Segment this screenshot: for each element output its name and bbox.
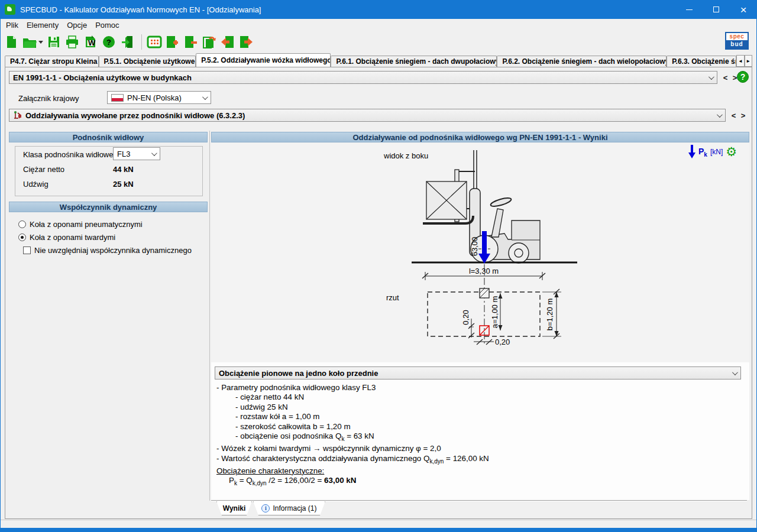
exit-door-icon — [120, 35, 134, 49]
dynamic-factor-section-header: Współczynnik dynamiczny — [9, 202, 208, 212]
radio-hard-tyres[interactable] — [18, 233, 26, 241]
menu-plik[interactable]: Plik — [2, 20, 22, 31]
open-folder-icon — [22, 35, 37, 49]
norm-selector-value: EN 1991-1-1 - Obciążenia użytkowe w budy… — [13, 73, 192, 82]
dim-wheel-width-label: 0,20 — [461, 310, 470, 325]
svg-text:W: W — [88, 38, 96, 47]
tab-p5-2-active[interactable]: P.5.2. Oddziaływanie wózka widłowego — [196, 53, 331, 67]
next-position-button[interactable] — [238, 33, 254, 51]
tab-p4-7[interactable]: P4.7. Ciężar stropu Kleina — [5, 56, 99, 67]
export-word-button[interactable]: W — [82, 33, 99, 51]
minimize-button[interactable] — [675, 0, 703, 19]
menu-opcje[interactable]: Opcje — [63, 20, 91, 31]
window-border-bottom — [0, 528, 757, 532]
action-prev-button[interactable]: < — [729, 109, 738, 121]
bottom-tabs-separator — [211, 500, 747, 501]
forklift-section-header: Podnośnik widłowy — [9, 132, 208, 142]
ignore-dynamic-label[interactable]: Nie uwzględniaj współczynnika dynamiczne… — [34, 246, 192, 255]
save-icon — [47, 35, 61, 49]
norm-help-button[interactable]: ? — [737, 71, 749, 83]
result-line: - Parametry podnośnika widłowego klasy F… — [216, 383, 743, 392]
info-icon: i — [261, 504, 270, 512]
norm-prev-button[interactable]: < — [721, 72, 730, 83]
prev-position-button[interactable] — [219, 33, 236, 51]
result-line: - rozstaw kół a = 1,00 m — [216, 412, 743, 421]
next-position-icon — [238, 35, 254, 49]
action-next-button[interactable]: > — [739, 109, 748, 121]
exit-button[interactable] — [119, 33, 135, 51]
poland-flag-icon — [111, 94, 124, 102]
forklift-diagram: widok z boku — [211, 142, 749, 362]
save-button[interactable] — [46, 33, 62, 51]
forklift-class-label: Klasa podnośnika widłowego — [23, 150, 122, 159]
result-line: - szerokość całkowita b = 1,20 m — [216, 422, 743, 432]
result-case-combobox[interactable]: Obciążenie pionowe na jedno koło przedni… — [215, 366, 741, 379]
dim-a-label: a=1,00 m — [490, 296, 499, 329]
result-line: - Wózek z kołami twardymi → współczynnik… — [216, 444, 743, 453]
tab-page-content: EN 1991-1-1 - Obciążenia użytkowe w budy… — [5, 67, 752, 519]
print-icon — [65, 35, 79, 49]
specbud-logo: spec bud — [725, 32, 749, 50]
chevron-down-icon — [732, 369, 738, 375]
result-line: - udźwig 25 kN — [216, 403, 743, 412]
net-weight-value: 44 kN — [113, 165, 134, 174]
forklift-class-value: FL3 — [117, 150, 130, 158]
action-selector-value: Oddziaływania wywołane przez podnośniki … — [25, 111, 245, 120]
side-view-label: widok z boku — [383, 151, 428, 160]
calculators-button[interactable] — [146, 33, 163, 51]
plan-view-label: rzut — [386, 293, 399, 302]
norm-selector-combobox[interactable]: EN 1991-1-1 - Obciążenia użytkowe w budy… — [9, 71, 717, 84]
action-selector-combobox[interactable]: Oddziaływania wywołane przez podnośniki … — [9, 109, 726, 122]
open-dropdown-caret[interactable] — [38, 41, 43, 44]
bottom-tab-informacja[interactable]: i Informacja (1) — [253, 501, 325, 515]
word-export-icon: W — [83, 35, 98, 49]
help-button[interactable]: ? — [101, 33, 117, 51]
copy-position-button[interactable] — [201, 33, 218, 51]
position-tabs: P4.7. Ciężar stropu Kleina P.5.1. Obciąż… — [5, 53, 752, 67]
window-title: SPECBUD - Kalkulator Oddziaływań Normowy… — [20, 5, 261, 14]
logo-spec-text: spec — [726, 33, 748, 40]
dim-wheel-height-label: 0,20 — [495, 338, 510, 346]
chevron-down-icon — [717, 112, 723, 118]
remove-position-button[interactable] — [183, 33, 199, 51]
maximize-button[interactable] — [703, 0, 730, 19]
bottom-tab-wyniki[interactable]: Wyniki — [216, 501, 252, 515]
radio-pneumatic-tyres[interactable] — [18, 220, 26, 228]
tab-p6-1[interactable]: P.6.1. Obciążenie śniegiem - dach dwupoł… — [331, 56, 497, 67]
new-file-button[interactable] — [3, 33, 20, 51]
annex-combobox[interactable]: PN-EN (Polska) — [107, 91, 211, 104]
tab-p6-3[interactable]: P.6.3. Obciążenie śni — [667, 56, 736, 67]
title-bar: SPECBUD - Kalkulator Oddziaływań Normowy… — [0, 0, 757, 19]
dim-b-label: b=1,20 m — [545, 299, 554, 331]
close-button[interactable]: × — [730, 0, 757, 19]
app-window: SPECBUD - Kalkulator Oddziaływań Normowy… — [0, 0, 757, 532]
svg-text:?: ? — [106, 38, 111, 47]
add-position-icon — [165, 35, 180, 49]
tab-scroll-right-button[interactable]: ► — [745, 55, 752, 67]
tab-p6-2[interactable]: P.6.2. Obciążenie śniegiem - dach wielop… — [497, 56, 667, 67]
ignore-dynamic-checkbox[interactable] — [23, 246, 31, 254]
forklift-class-combobox[interactable]: FL3 — [113, 147, 160, 160]
open-file-button[interactable] — [21, 33, 44, 51]
annex-value: PN-EN (Polska) — [127, 93, 182, 102]
tab-scroll-left-button[interactable]: ◄ — [736, 55, 744, 67]
dim-l-label: l=3,30 m — [469, 267, 499, 275]
forklift-mini-icon — [13, 111, 22, 120]
toolbar: W ? — [0, 31, 757, 53]
tab-p5-1[interactable]: P.5.1. Obciążenie użytkowe — [99, 56, 196, 67]
help-icon: ? — [102, 35, 116, 49]
panel-divider — [209, 131, 210, 501]
radio-pneumatic-label[interactable]: Koła z oponami pneumatycznymi — [30, 220, 143, 229]
minimize-icon — [686, 9, 693, 10]
prev-position-icon — [220, 35, 235, 49]
window-border-left — [0, 19, 1, 532]
capacity-value: 25 kN — [113, 180, 134, 189]
radio-hard-label[interactable]: Koła z oponami twardymi — [30, 233, 115, 242]
menu-pomoc[interactable]: Pomoc — [91, 20, 123, 31]
load-value-label: 63,00 — [470, 237, 479, 257]
remove-position-icon — [183, 35, 199, 49]
menu-elementy[interactable]: Elementy — [22, 20, 63, 31]
capacity-label: Udźwig — [23, 180, 48, 189]
add-position-button[interactable] — [164, 33, 181, 51]
print-button[interactable] — [64, 33, 80, 51]
